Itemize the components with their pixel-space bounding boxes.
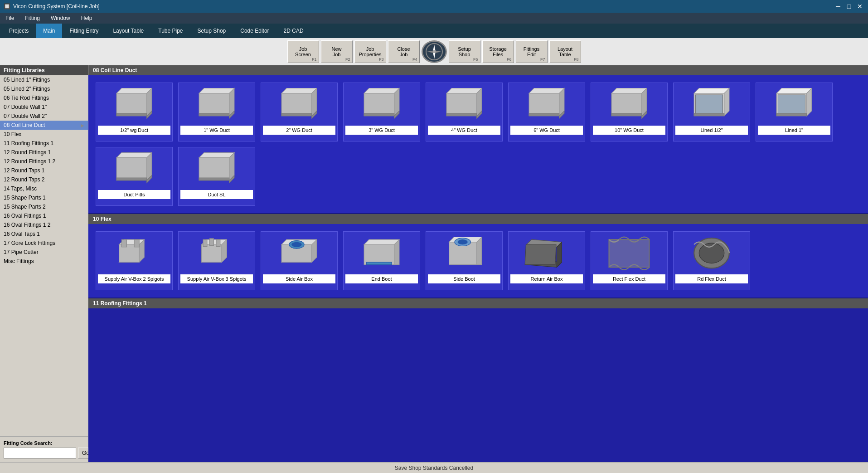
- fitting-label: Lined 1": [758, 126, 830, 135]
- fitting-card[interactable]: 2" WG Duct: [261, 83, 338, 141]
- svg-marker-46: [807, 88, 812, 116]
- svg-marker-9: [199, 88, 234, 93]
- fitting-image: [112, 235, 157, 272]
- nav-tab-code-editor[interactable]: Code Editor: [233, 24, 276, 38]
- fitting-card[interactable]: 3" WG Duct: [343, 83, 420, 141]
- section-header-flex: 10 Flex: [88, 214, 868, 224]
- fitting-card[interactable]: Return Air Box: [508, 231, 585, 290]
- nav-tab-2d-cad[interactable]: 2D CAD: [276, 24, 311, 38]
- svg-marker-19: [364, 88, 399, 93]
- fitting-card[interactable]: 1" WG Duct: [178, 83, 255, 141]
- fitting-card[interactable]: 4" WG Duct: [426, 83, 503, 141]
- sidebar-item[interactable]: 14 Taps, Misc: [0, 184, 88, 193]
- fitting-label: 2" WG Duct: [263, 126, 335, 135]
- toolbar-btn-fittings-edit[interactable]: FittingsEditF7: [516, 40, 548, 63]
- fitting-card[interactable]: Rd Flex Duct: [673, 231, 750, 290]
- sidebar-item[interactable]: 07 Double Wall 1": [0, 102, 88, 112]
- section-body-flex: Supply Air V-Box 2 Spigots Supply Air V-…: [88, 224, 868, 298]
- sidebar-item[interactable]: 06 Tie Rod Fittings: [0, 93, 88, 102]
- sidebar-item[interactable]: 07 Double Wall 2": [0, 112, 88, 121]
- sidebar-item[interactable]: 12 Round Taps 1: [0, 166, 88, 175]
- sidebar-item[interactable]: 12 Round Fittings 1 2: [0, 157, 88, 166]
- sidebar-item[interactable]: 08 Coil Line Duct▶: [0, 121, 88, 130]
- titlebar: 🔲 Vicon Cutting System [Coil-line Job] ─…: [0, 0, 868, 13]
- toolbar-btn-new-job[interactable]: NewJobF2: [321, 40, 353, 63]
- sidebar-item[interactable]: 16 Oval Fittings 1 2: [0, 220, 88, 229]
- fitting-image: [524, 235, 569, 272]
- svg-rect-25: [446, 93, 477, 116]
- nav-tab-setup-shop[interactable]: Setup Shop: [190, 24, 233, 38]
- compass-button[interactable]: [422, 40, 447, 63]
- fitting-card[interactable]: Duct SL: [178, 147, 255, 206]
- nav-tab-fitting-entry[interactable]: Fitting Entry: [62, 24, 106, 38]
- fitting-label: End Boot: [345, 274, 418, 283]
- toolbar-btn-setup-shop[interactable]: SetupShopF5: [449, 40, 480, 63]
- fitting-card[interactable]: Duct Pitts: [96, 147, 173, 206]
- menu-item-fitting[interactable]: Fitting: [23, 14, 42, 22]
- sidebar-item[interactable]: 05 Lined 1" Fittings: [0, 75, 88, 84]
- sidebar-item[interactable]: 16 Oval Fittings 1: [0, 211, 88, 220]
- main-layout: Fitting Libraries 05 Lined 1" Fittings05…: [0, 65, 868, 462]
- fitting-card[interactable]: End Boot: [343, 231, 420, 290]
- toolbar-btn-layout-table[interactable]: LayoutTableF8: [549, 40, 581, 63]
- svg-rect-43: [694, 113, 724, 116]
- svg-marker-39: [694, 88, 729, 93]
- menu-item-file[interactable]: File: [4, 14, 16, 22]
- sidebar-item[interactable]: 17 Gore Lock Fittings: [0, 239, 88, 248]
- svg-rect-27: [446, 113, 477, 116]
- fitting-card[interactable]: 6" WG Duct: [508, 83, 585, 141]
- fitting-card[interactable]: 10" WG Duct: [591, 83, 668, 141]
- close-button[interactable]: ✕: [855, 2, 864, 11]
- menu-item-window[interactable]: Window: [49, 14, 72, 22]
- sidebar-item[interactable]: 10 Flex: [0, 130, 88, 139]
- fitting-card[interactable]: Lined 1/2": [673, 83, 750, 141]
- sidebar-item[interactable]: Misc Fittings: [0, 257, 88, 266]
- maximize-button[interactable]: □: [844, 2, 853, 11]
- nav-tab-tube-pipe[interactable]: Tube Pipe: [151, 24, 190, 38]
- fitting-label: 4" WG Duct: [428, 126, 500, 135]
- sidebar-item[interactable]: 12 Round Fittings 1: [0, 148, 88, 157]
- fitting-card[interactable]: Lined 1": [756, 83, 833, 141]
- sidebar-item[interactable]: 15 Shape Parts 1: [0, 193, 88, 202]
- toolbar-btn-job-screen[interactable]: JobScreenF1: [287, 40, 319, 63]
- section-header-coil-line-duct: 08 Coil Line Duct: [88, 65, 868, 75]
- fitting-label: 1" WG Duct: [180, 126, 253, 135]
- minimize-button[interactable]: ─: [834, 2, 843, 11]
- fitting-card[interactable]: Rect Flex Duct: [591, 231, 668, 290]
- section-body-coil-line-duct: 1/2" wg Duct 1" WG Duct 2" WG Duct 3" WG…: [88, 75, 868, 214]
- fitting-card[interactable]: 1/2" wg Duct: [96, 83, 173, 141]
- menu-item-help[interactable]: Help: [79, 14, 94, 22]
- toolbar-btn-job-properties[interactable]: JobPropertiesF3: [354, 40, 386, 63]
- sidebar-item[interactable]: 05 Lined 2" Fittings: [0, 84, 88, 93]
- sidebar-item[interactable]: 16 Oval Taps 1: [0, 229, 88, 239]
- fitting-card[interactable]: Supply Air V-Box 2 Spigots: [96, 231, 173, 290]
- nav-tab-main[interactable]: Main: [36, 24, 62, 38]
- fitting-image: [194, 235, 239, 272]
- fitting-label: Side Boot: [428, 274, 500, 283]
- fitting-label: Side Air Box: [263, 274, 335, 283]
- fitting-card[interactable]: Side Air Box: [261, 231, 338, 290]
- fitting-image: [606, 235, 652, 272]
- fitting-card[interactable]: Supply Air V-Box 3 Spigots: [178, 231, 255, 290]
- sidebar-item[interactable]: 11 Roofing Fittings 1: [0, 139, 88, 148]
- toolbar-btn-storage-files[interactable]: StorageFilesF6: [482, 40, 514, 63]
- svg-rect-7: [116, 113, 147, 116]
- fitting-image: [606, 87, 652, 123]
- svg-rect-69: [203, 239, 207, 247]
- sidebar-item[interactable]: 15 Shape Parts 2: [0, 202, 88, 211]
- toolbar-btn-close-job[interactable]: CloseJobF4: [388, 40, 420, 63]
- fitting-image: [441, 87, 487, 123]
- fitting-card[interactable]: Side Boot: [426, 231, 503, 290]
- section-roofing-fittings: 11 Roofing Fittings 1: [88, 298, 868, 308]
- fitting-image: [359, 87, 404, 123]
- sidebar-item[interactable]: 12 Round Taps 2: [0, 175, 88, 184]
- sidebar-list[interactable]: 05 Lined 1" Fittings05 Lined 2" Fittings…: [0, 75, 88, 436]
- nav-tab-layout-table[interactable]: Layout Table: [106, 24, 151, 38]
- svg-rect-92: [609, 239, 650, 267]
- search-input[interactable]: [4, 448, 76, 458]
- menubar: FileFittingWindowHelp: [0, 13, 868, 24]
- svg-rect-52: [116, 178, 147, 180]
- sidebar-item[interactable]: 17 Pipe Cutter: [0, 248, 88, 257]
- nav-tab-projects[interactable]: Projects: [2, 24, 36, 38]
- search-section: Fitting Code Search: Go: [0, 436, 88, 462]
